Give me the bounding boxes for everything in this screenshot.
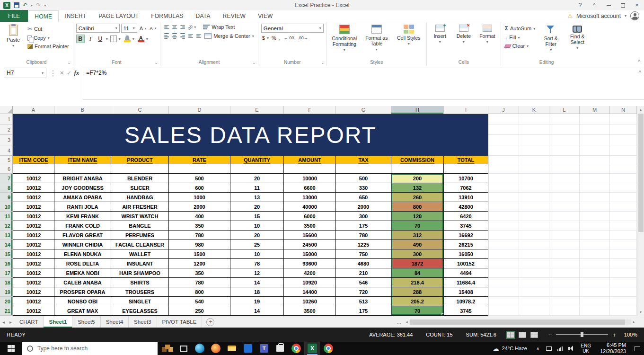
title-banner-cell[interactable]: SALES DATA REPORT	[13, 114, 488, 156]
cell-C7[interactable]: BLENDER	[111, 174, 169, 183]
cell-J8[interactable]	[488, 183, 519, 193]
cell-F15[interactable]: 15000	[284, 249, 336, 259]
ribbon-tab-data[interactable]: DATA	[190, 10, 217, 22]
cell-N2[interactable]	[610, 124, 637, 135]
display-tray-icon[interactable]	[543, 346, 555, 351]
cell-J11[interactable]	[488, 212, 519, 221]
cell-D19[interactable]: 800	[169, 287, 230, 297]
cell-J18[interactable]	[488, 278, 519, 287]
align-right-icon[interactable]	[179, 32, 186, 40]
cell-B21[interactable]: GREAT MAX	[54, 306, 111, 316]
cell-N3[interactable]	[610, 135, 637, 145]
formula-bar-handle[interactable]: ⋮	[49, 69, 57, 78]
taskbar-app-chrome[interactable]	[288, 342, 304, 355]
decrease-decimal-button[interactable]: .00→	[296, 35, 309, 41]
cell-I18[interactable]: 11684.4	[444, 278, 488, 287]
cell-E14[interactable]: 25	[230, 240, 284, 249]
row-header-5[interactable]: 5	[0, 156, 13, 164]
scroll-left-arrow[interactable]: ◂	[404, 320, 409, 324]
tab-overflow-icon[interactable]: …	[394, 319, 404, 325]
cell-F9[interactable]: 13000	[284, 193, 336, 202]
cell-H14[interactable]: 490	[391, 240, 444, 249]
ribbon-tab-page-layout[interactable]: PAGE LAYOUT	[92, 10, 145, 22]
cell-M4[interactable]	[580, 145, 610, 156]
account-area[interactable]: ⚠ Microsoft account ▾	[567, 11, 644, 22]
cell-G5[interactable]: TAX	[336, 156, 391, 164]
sheet-tab-sheet4[interactable]: Sheet4	[101, 316, 129, 328]
taskbar-app-file-explorer[interactable]	[224, 342, 240, 355]
maximize-button[interactable]	[616, 0, 630, 10]
column-header-A[interactable]: A	[13, 106, 54, 114]
taskbar-app-chrome-2[interactable]	[320, 342, 336, 355]
cell-F21[interactable]: 3500	[284, 306, 336, 316]
zoom-out-button[interactable]: −	[548, 331, 552, 338]
taskbar-app-excel[interactable]	[304, 342, 320, 355]
cell-A5[interactable]: ITEM CODE	[13, 156, 54, 164]
cell-M7[interactable]	[580, 174, 610, 183]
cell-K9[interactable]	[519, 193, 549, 202]
redo-button[interactable]: ↷	[36, 2, 41, 8]
zoom-slider-handle[interactable]	[581, 332, 583, 337]
cell-H19[interactable]: 288	[391, 287, 444, 297]
cell-B19[interactable]: PROSPER OPARA	[54, 287, 111, 297]
cell-D10[interactable]: 2000	[169, 202, 230, 212]
cell-N16[interactable]	[610, 259, 637, 268]
cell-I15[interactable]: 16050	[444, 249, 488, 259]
cell-styles-button[interactable]: Cell Styles ▾	[394, 24, 423, 58]
cell-G9[interactable]: 650	[336, 193, 391, 202]
cell-L3[interactable]	[549, 135, 580, 145]
cell-L7[interactable]	[549, 174, 580, 183]
cell-L13[interactable]	[549, 231, 580, 240]
cell-M11[interactable]	[580, 212, 610, 221]
cell-A17[interactable]: 10012	[13, 268, 54, 278]
cell-G14[interactable]: 1225	[336, 240, 391, 249]
row-header-20[interactable]: 20	[0, 297, 13, 306]
taskbar-app-photos[interactable]	[240, 342, 256, 355]
cell-I17[interactable]: 4494	[444, 268, 488, 278]
cell-N18[interactable]	[610, 278, 637, 287]
sheet-tab-chart[interactable]: CHART	[14, 316, 44, 328]
cell-C13[interactable]: PERFUMES	[111, 231, 169, 240]
cell-M10[interactable]	[580, 202, 610, 212]
align-middle-icon[interactable]	[171, 24, 178, 30]
cell-J14[interactable]	[488, 240, 519, 249]
cell-I12[interactable]: 3745	[444, 221, 488, 231]
cell-C16[interactable]: INSULANT	[111, 259, 169, 268]
cell-B15[interactable]: ELENA NDUKA	[54, 249, 111, 259]
cell-A20[interactable]: 10012	[13, 297, 54, 306]
percent-button[interactable]: %	[271, 35, 277, 41]
row-header-10[interactable]: 10	[0, 202, 13, 212]
cell-L18[interactable]	[549, 278, 580, 287]
cell-E17[interactable]: 12	[230, 268, 284, 278]
cell-N1[interactable]	[610, 114, 637, 124]
taskbar-app-task-view[interactable]	[176, 342, 192, 355]
column-header-D[interactable]: D	[169, 106, 230, 114]
zoom-in-button[interactable]: +	[612, 331, 616, 338]
page-break-view-button[interactable]	[529, 331, 539, 339]
cell-K12[interactable]	[519, 221, 549, 231]
help-button[interactable]: ?	[573, 0, 587, 10]
cell-L6[interactable]	[549, 164, 580, 174]
cell-G21[interactable]: 175	[336, 306, 391, 316]
cell-B10[interactable]: RANTI JOLA	[54, 202, 111, 212]
cell-F8[interactable]: 6600	[284, 183, 336, 193]
decrease-indent-icon[interactable]	[187, 33, 194, 39]
cell-M19[interactable]	[580, 287, 610, 297]
sheet-tab-pivot-table[interactable]: PIVOT TABLE	[157, 316, 203, 328]
cell-G18[interactable]: 546	[336, 278, 391, 287]
cell-E10[interactable]: 20	[230, 202, 284, 212]
column-header-M[interactable]: M	[580, 106, 610, 114]
row-header-9[interactable]: 9	[0, 193, 13, 202]
row-header-15[interactable]: 15	[0, 249, 13, 259]
cell-A16[interactable]: 10012	[13, 259, 54, 268]
increase-decimal-button[interactable]: ←.00	[282, 35, 296, 41]
increase-indent-icon[interactable]	[195, 33, 202, 39]
cell-A21[interactable]: 10012	[13, 306, 54, 316]
cell-J4[interactable]	[488, 145, 519, 156]
undo-dropdown-icon[interactable]: ▾	[31, 3, 33, 8]
cell-H17[interactable]: 84	[391, 268, 444, 278]
cell-A12[interactable]: 10012	[13, 221, 54, 231]
cut-button[interactable]: ✂Cut	[26, 25, 70, 33]
fill-button[interactable]: ↓Fill▾	[504, 34, 536, 41]
cell-M12[interactable]	[580, 221, 610, 231]
